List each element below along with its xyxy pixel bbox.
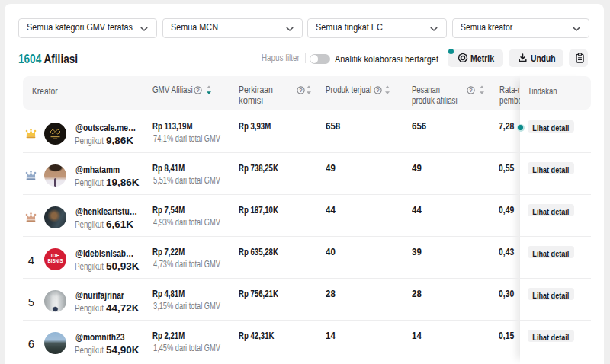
- svg-text:?: ?: [196, 87, 200, 94]
- svg-text:?: ?: [299, 87, 303, 94]
- svg-text:?: ?: [376, 87, 380, 94]
- svg-text:?: ?: [469, 87, 473, 94]
